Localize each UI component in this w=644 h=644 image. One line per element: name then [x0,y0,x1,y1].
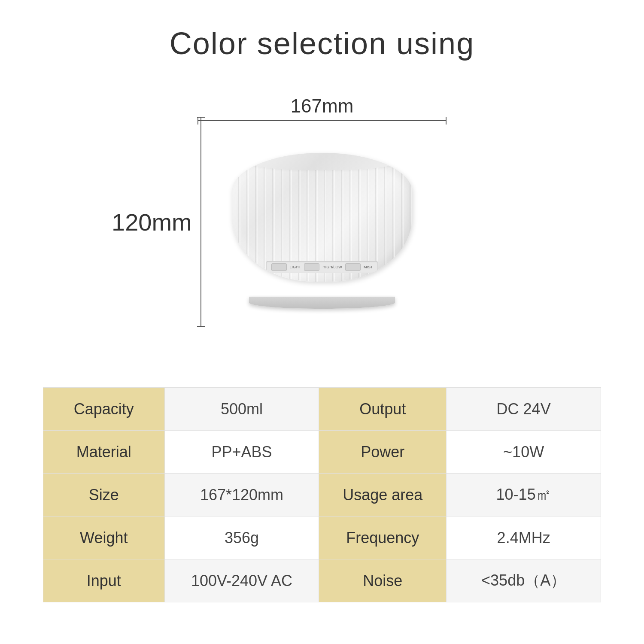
spec-value-4-right: <35db（A） [447,559,601,602]
spec-label-1-left: Material [43,431,165,474]
spec-label-4-left: Input [43,559,165,602]
diffuser-main-body: LIGHT HIGH/LOW MIST [232,153,412,282]
spec-label-2-right: Usage area [319,474,447,516]
spec-label-3-right: Frequency [319,516,447,559]
spec-value-1-left: PP+ABS [164,431,319,474]
spec-value-0-left: 500ml [164,388,319,431]
height-line [200,117,201,327]
spec-label-2-left: Size [43,474,165,516]
spec-value-3-left: 356g [164,516,319,559]
ctrl-highlow-btn [304,263,319,271]
width-label: 167mm [291,95,354,117]
ctrl-highlow-label: HIGH/LOW [322,265,342,269]
spec-label-0-right: Output [319,388,447,431]
specs-row-3: Weight356gFrequency2.4MHz [43,516,601,559]
spec-label-4-right: Noise [319,559,447,602]
specs-table: Capacity500mlOutputDC 24VMaterialPP+ABSP… [43,387,601,602]
spec-value-3-right: 2.4MHz [447,516,601,559]
product-section: 167mm 120mm LIGHT HIGH/LOW MIST [86,74,558,374]
specs-row-0: Capacity500mlOutputDC 24V [43,388,601,431]
diffuser-lid [243,153,401,170]
width-dimension: 167mm [197,95,447,121]
diffuser-controls: LIGHT HIGH/LOW MIST [266,261,378,273]
width-line [197,120,447,121]
spec-label-1-right: Power [319,431,447,474]
height-label: 120mm [112,208,192,236]
specs-row-2: Size167*120mmUsage area10-15㎡ [43,474,601,516]
specs-row-4: Input100V-240V ACNoise<35db（A） [43,559,601,602]
ctrl-mist-label: MIST [364,265,373,269]
spec-value-1-right: ~10W [447,431,601,474]
spec-label-3-left: Weight [43,516,165,559]
spec-label-0-left: Capacity [43,388,165,431]
page-title: Color selection using [170,26,474,61]
spec-value-2-right: 10-15㎡ [447,474,601,516]
specs-row-1: MaterialPP+ABSPower~10W [43,431,601,474]
ctrl-light-btn [271,263,287,271]
height-dimension: 120mm [112,117,201,327]
diffuser-body: LIGHT HIGH/LOW MIST [232,153,412,299]
spec-value-2-left: 167*120mm [164,474,319,516]
spec-value-4-left: 100V-240V AC [164,559,319,602]
product-image: LIGHT HIGH/LOW MIST [202,125,442,336]
ctrl-light-label: LIGHT [290,265,301,269]
spec-value-0-right: DC 24V [447,388,601,431]
ctrl-mist-btn [345,263,361,271]
